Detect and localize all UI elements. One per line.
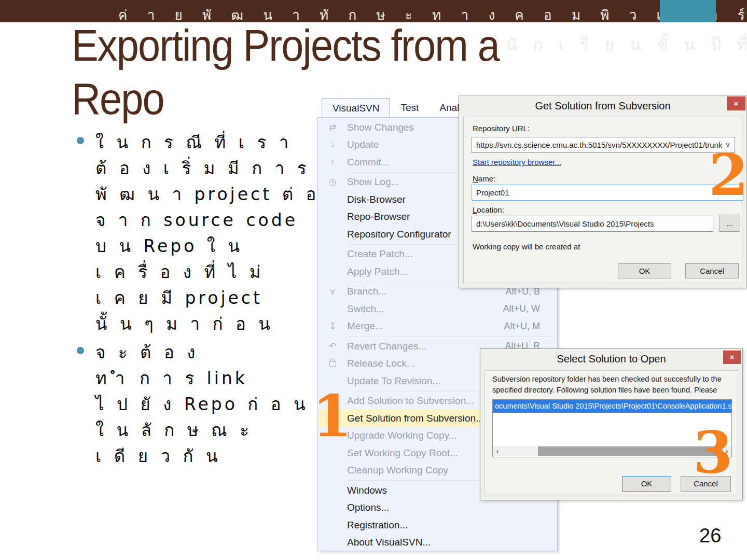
solution-list-item-selected[interactable]: ocuments\Visual Studio 2015\Projects\Pro… bbox=[493, 400, 731, 413]
update-icon: ↓ bbox=[318, 139, 347, 150]
location-field[interactable]: d:\Users\kk\Documents\Visual Studio 2015… bbox=[472, 216, 713, 232]
menu-item-label: Upgrade Working Copy... bbox=[347, 430, 457, 441]
menu-item-registration[interactable]: Registration... bbox=[318, 516, 557, 534]
menu-item-label: Commit... bbox=[347, 157, 389, 168]
menu-item-label: Get Solution from Subversion... bbox=[347, 413, 484, 424]
location-label: Location: bbox=[473, 205, 504, 214]
start-repository-browser-link[interactable]: Start repository browser... bbox=[473, 158, 561, 166]
bullet-item: ใ น ก ร ณี ที่ เ ร า ต้ อ ง เ ริ่ ม มี ก… bbox=[73, 130, 322, 337]
menu-item-about-visualsvn[interactable]: About VisualSVN... bbox=[318, 534, 557, 552]
dialog-title: Get Solution from Subversion bbox=[459, 95, 746, 116]
repository-url-combobox[interactable]: https://svn.cs.science.cmu.ac.th:5015/sv… bbox=[472, 137, 735, 153]
bullet-text: จ ะ ต้ อ ง ท ำ ก า ร link ไ ป ยั ง Repo … bbox=[95, 340, 322, 469]
step-number-1: 1 bbox=[312, 388, 352, 445]
accent-block bbox=[660, 0, 716, 22]
page-number: 26 bbox=[699, 525, 721, 547]
menu-item-label: Update bbox=[347, 139, 379, 150]
slide: ค่ า ย พั ฒ น า ทั ก ษ ะ ท า ง ค อ ม พิ … bbox=[0, 0, 747, 560]
bullet-text: ใ น ก ร ณี ที่ เ ร า ต้ อ ง เ ริ่ ม มี ก… bbox=[95, 130, 322, 337]
banner-subtitle-ghost: นั ก เ รี ย น ชั้ น ปี ที่ 1 bbox=[506, 31, 747, 58]
repository-url-value: https://svn.cs.science.cmu.ac.th:5015/sv… bbox=[476, 141, 722, 149]
menu-item-label: Create Patch... bbox=[347, 248, 413, 260]
ok-button[interactable]: OK bbox=[618, 263, 671, 278]
show-log-icon: ◷ bbox=[318, 177, 347, 188]
show-changes-icon: ⇄ bbox=[318, 122, 347, 133]
bullet-dot bbox=[77, 347, 84, 354]
branch-icon: ⋎ bbox=[318, 286, 347, 297]
step-number-2: 2 bbox=[709, 147, 747, 204]
menu-item-label: Merge... bbox=[347, 320, 383, 332]
revert-icon: ↶ bbox=[318, 341, 347, 352]
menu-item-label: Add Solution to Subversion... bbox=[347, 395, 474, 407]
close-icon[interactable]: × bbox=[723, 351, 741, 364]
menu-item-label: Show Log... bbox=[347, 176, 399, 188]
bullet-item: จ ะ ต้ อ ง ท ำ ก า ร link ไ ป ยั ง Repo … bbox=[73, 340, 322, 469]
commit-icon: ↑ bbox=[318, 157, 347, 167]
repository-url-label: Repository URL: bbox=[473, 124, 530, 133]
menu-item-label: Repository Configurator bbox=[347, 229, 451, 240]
menu-item-label: Repo-Browser bbox=[347, 211, 410, 222]
menu-item-shortcut: Alt+U, W bbox=[503, 303, 557, 314]
menu-item-label: Branch... bbox=[347, 286, 386, 297]
banner-title: ค่ า ย พั ฒ น า ทั ก ษ ะ ท า ง ค อ ม พิ … bbox=[118, 4, 747, 25]
close-icon[interactable]: × bbox=[727, 96, 745, 110]
menu-item-label: Windows bbox=[347, 485, 387, 496]
scroll-left-icon[interactable]: ‹ bbox=[493, 446, 502, 456]
menu-item-options[interactable]: Options... bbox=[318, 499, 557, 517]
banner: ค่ า ย พั ฒ น า ทั ก ษ ะ ท า ง ค อ ม พิ … bbox=[0, 0, 747, 22]
menu-separator bbox=[348, 336, 555, 337]
menu-item-label: Options... bbox=[347, 502, 389, 513]
menu-item-label: Registration... bbox=[347, 520, 408, 531]
menu-item-label: Cleanup Working Copy bbox=[347, 465, 448, 476]
menu-item-label: Revert Changes... bbox=[347, 341, 426, 352]
name-field[interactable]: Project01 bbox=[472, 185, 743, 201]
dialog-message: Subversion repository folder has been ch… bbox=[492, 374, 722, 396]
release-lock-icon bbox=[318, 358, 347, 369]
menu-item-label: Show Changes bbox=[347, 122, 414, 133]
menu-item-label: Release Lock... bbox=[347, 358, 415, 369]
menu-item-label: Set Working Copy Root... bbox=[347, 447, 458, 459]
tab-test[interactable]: Test bbox=[390, 99, 429, 117]
menu-item-label: Apply Patch... bbox=[347, 266, 408, 277]
get-solution-dialog: Get Solution from Subversion × Repositor… bbox=[459, 95, 747, 288]
menu-item-switch[interactable]: Switch... Alt+U, W bbox=[318, 300, 557, 318]
ok-button[interactable]: OK bbox=[622, 476, 671, 492]
bullet-dot bbox=[77, 137, 84, 144]
browse-button[interactable]: ... bbox=[720, 215, 740, 232]
working-copy-note: Working copy will be created at bbox=[473, 242, 580, 251]
tab-visualsvn[interactable]: VisualSVN bbox=[322, 99, 390, 117]
menu-item-merge[interactable]: ↧ Merge... Alt+U, M bbox=[318, 318, 557, 335]
merge-icon: ↧ bbox=[318, 321, 347, 332]
name-label: Name: bbox=[473, 174, 495, 183]
step-number-3: 3 bbox=[693, 424, 733, 481]
page-title-line1: Exporting Projects from a bbox=[72, 19, 499, 72]
menu-item-label: About VisualSVN... bbox=[347, 537, 431, 548]
menu-item-shortcut: Alt+U, M bbox=[504, 321, 557, 332]
menu-item-label: Update To Revision... bbox=[347, 375, 440, 387]
dialog-title: Select Solution to Open bbox=[480, 349, 742, 369]
cancel-button[interactable]: Cancel bbox=[685, 263, 739, 278]
menu-item-label: Switch... bbox=[347, 303, 384, 315]
menu-item-label: Disk-Browser bbox=[347, 194, 406, 205]
